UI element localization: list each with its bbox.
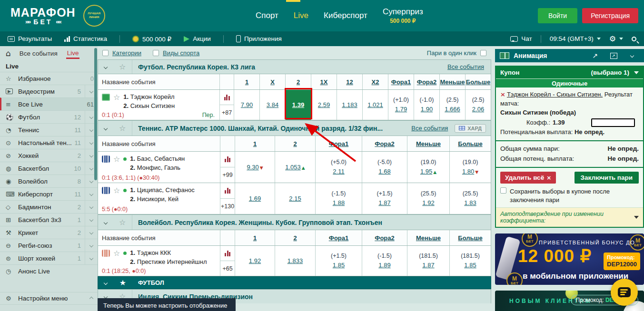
banner-mobile-bonus[interactable]: МБЕТ МБЕТ МБЕТ ПРИВЕТСТВЕННЫЙ БОНУС ДО 1…	[495, 233, 644, 285]
expand-chevron[interactable]	[85, 239, 98, 252]
column-header[interactable]: 2	[275, 230, 315, 245]
stake-input[interactable]	[591, 118, 635, 127]
sidebar-item-volleyball[interactable]: ◉ Волейбол 8	[0, 175, 98, 187]
event-name-cell[interactable]: ☆ 1. Циципас, Стефанос 2. Нисикори, Кей …	[98, 183, 220, 214]
sidebar-item-favorites[interactable]: ☆ Избранное 0	[0, 72, 98, 85]
favorite-star-icon[interactable]: ☆	[119, 218, 126, 227]
odds-cell[interactable]: (-1.0)1.90	[414, 90, 439, 120]
settings-menu-button[interactable]: ⚙	[609, 34, 623, 43]
column-header[interactable]: 2	[275, 136, 315, 151]
odds-cell[interactable]: (2.5)2.06	[465, 90, 491, 120]
expand-chevron[interactable]	[85, 214, 98, 226]
odds-cell[interactable]: 2.15	[275, 183, 315, 214]
autoconfirm-setting[interactable]: Автоподтверждение при изменении коэффици…	[496, 208, 643, 227]
odds-cell[interactable]: 1.053▲	[275, 152, 315, 183]
column-header[interactable]: Больше	[449, 136, 491, 151]
stats-chart-button[interactable]	[220, 183, 235, 198]
odds-cell[interactable]: (19.0)1.95▲	[407, 152, 449, 183]
odds-cell[interactable]: (181.5)1.85	[449, 246, 491, 276]
odds-cell[interactable]: (-1.5)1.88	[315, 183, 362, 214]
odds-cell[interactable]: (+1.5)1.87	[362, 183, 407, 214]
register-button[interactable]: Регистрация	[582, 8, 638, 23]
popout-window-icon[interactable]: ↗	[606, 53, 621, 59]
more-markets-button[interactable]: +130	[220, 198, 235, 214]
sport-types-checkbox[interactable]	[153, 50, 159, 56]
odds-cell[interactable]: 1.92	[235, 246, 275, 276]
odds-cell[interactable]: 3.84	[259, 90, 285, 120]
singles-tab[interactable]: Одиночные	[496, 78, 643, 87]
favorite-star-icon[interactable]: ☆	[113, 93, 120, 111]
sidebar-item-esports[interactable]: ⌨ Киберспорт 11	[0, 187, 98, 200]
column-header[interactable]: 1X	[311, 74, 337, 89]
odds-cell[interactable]: 1.183	[337, 90, 362, 120]
column-header[interactable]: Больше	[465, 74, 491, 89]
marathonbet-logo[interactable]: МАРАФОН »» БЕТ ««	[10, 6, 76, 26]
categories-filter-link[interactable]: Категории	[112, 49, 141, 57]
column-header[interactable]: Меньше	[439, 74, 465, 89]
jackpot-amount-link[interactable]: 500 000 ₽	[132, 35, 171, 43]
column-header[interactable]: Фора2	[414, 74, 439, 89]
odds-cell[interactable]: (-5.0)1.68	[362, 152, 407, 183]
favorite-star-filled-icon[interactable]: ★	[119, 278, 126, 287]
sidebar-item-badminton[interactable]: ◇ Бадминтон 2	[0, 200, 98, 213]
favorite-star-icon[interactable]: ☆	[113, 155, 120, 173]
collapse-group-chevron[interactable]	[104, 281, 108, 284]
favorite-star-icon[interactable]: ☆	[119, 62, 126, 71]
favorite-star-icon[interactable]: ☆	[119, 124, 126, 133]
delete-all-button[interactable]: Удалить всё×	[500, 172, 556, 184]
more-markets-button[interactable]: +99	[220, 167, 235, 183]
odds-cell[interactable]: 1.021	[362, 90, 388, 120]
sidebar-item-rugby-union[interactable]: ⊖ Регби-союз 1	[0, 239, 98, 252]
sidebar-item-tennis[interactable]: ◔ Теннис 11	[0, 123, 98, 136]
column-header[interactable]: 1	[235, 230, 275, 245]
odds-cell[interactable]: 9.30▼	[235, 152, 275, 183]
stats-chart-button[interactable]	[220, 152, 235, 167]
column-header[interactable]: Больше	[449, 230, 491, 245]
sidebar-item-cricket[interactable]: ⚒ Крикет 2	[0, 226, 98, 239]
odds-cell[interactable]: (+1.0)1.79	[388, 90, 414, 120]
odds-cell[interactable]: 1.833	[275, 246, 315, 276]
tab-live[interactable]: Live	[66, 48, 80, 59]
odds-cell-selected[interactable]: 1.39	[285, 90, 311, 120]
sidebar-scrollbar[interactable]	[94, 48, 97, 180]
column-header[interactable]: 12	[337, 74, 362, 89]
odds-cell[interactable]: (19.0)1.80▼	[449, 152, 491, 183]
collapse-section-chevron[interactable]	[103, 65, 107, 68]
column-header[interactable]: 1	[235, 136, 275, 151]
odds-cell[interactable]: 7.90	[234, 90, 259, 120]
sidebar-item-basketball-3x3[interactable]: ⊞ Баскетбол 3x3 1	[0, 213, 98, 226]
coupon-collapse-caret[interactable]	[634, 71, 639, 74]
odds-cell[interactable]: (+1.5)1.85	[315, 246, 362, 276]
menu-settings-button[interactable]: ⚙ Настройки меню	[0, 292, 98, 305]
favorite-star-icon[interactable]: ☆	[113, 249, 120, 267]
favorite-star-icon[interactable]: ☆	[113, 186, 120, 204]
statistics-link[interactable]: Статистика	[64, 35, 107, 42]
sidebar-item-football[interactable]: ⚽ Футбол 12	[0, 110, 98, 123]
odds-cell[interactable]: (2.5)1.666	[439, 90, 465, 120]
timezone-selector[interactable]: 09:54 (GMT+3)	[550, 35, 601, 42]
expand-chevron[interactable]	[85, 188, 98, 200]
column-header[interactable]: Фора2	[362, 136, 407, 151]
remove-bet-icon[interactable]: ×	[500, 91, 505, 98]
more-markets-button[interactable]: +87	[220, 105, 234, 120]
odds-cell[interactable]: (181.5)1.87	[407, 246, 449, 276]
column-header[interactable]: 1	[234, 74, 259, 89]
apps-link[interactable]: Приложения	[236, 35, 282, 42]
expand-chevron[interactable]	[85, 252, 98, 264]
surface-badge[interactable]: ХАРД	[455, 124, 486, 133]
expand-diagonal-icon[interactable]: ↗	[588, 52, 602, 59]
odds-cell[interactable]: 2.59	[311, 90, 337, 120]
collapse-section-chevron[interactable]	[103, 220, 107, 224]
column-header[interactable]: Фора1	[388, 74, 414, 89]
odds-cell[interactable]: (25.5)1.92	[407, 183, 449, 214]
sport-group-header-football[interactable]: ★ ФУТБОЛ	[98, 276, 491, 289]
more-markets-button[interactable]: +65	[220, 261, 235, 276]
expand-chevron[interactable]	[85, 201, 98, 213]
support-chat-fab[interactable]	[611, 279, 638, 306]
stats-chart-button[interactable]	[220, 246, 235, 261]
search-button[interactable]	[632, 37, 636, 41]
bet-match-link[interactable]: Тэджон Корейл - Сихын Ситизен.	[507, 91, 603, 98]
column-header[interactable]: 2	[285, 74, 311, 89]
odds-cell[interactable]: (-1.5)1.89	[362, 246, 407, 276]
sidebar-item-hockey[interactable]: ⊘ Хоккей 2	[0, 149, 98, 162]
